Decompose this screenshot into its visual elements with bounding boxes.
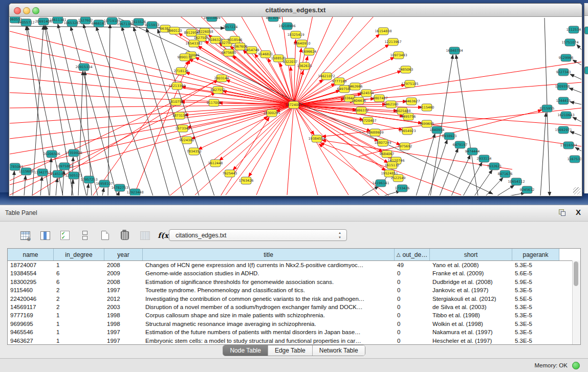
node-label: 8813054 [266, 17, 281, 20]
column-header-title[interactable]: title [143, 249, 395, 260]
window-titlebar[interactable]: citations_edges.txt [9, 4, 582, 17]
select-rows-icon[interactable]: ✓✓ [58, 229, 72, 242]
table-cell: 0 [395, 295, 430, 303]
node-table[interactable]: namein_degreeyeartitle△out_de…shortpager… [7, 248, 581, 345]
table-row[interactable]: 946362711997Embryonic stem cells: a mode… [8, 337, 580, 345]
table-row[interactable]: 977716911998Corpus callosum shape and si… [8, 311, 580, 319]
table-cell: 6 [54, 278, 104, 286]
node-label: 9684067 [380, 152, 395, 156]
table-cell: Jankovic et al. (1997) [430, 286, 512, 294]
column-header-out_de[interactable]: △out_de… [395, 249, 430, 260]
node-label: 7625443 [223, 171, 237, 176]
table-select-value: citations_edges.txt [176, 232, 226, 239]
table-cell: 1 [54, 328, 104, 336]
node-label: 12923448 [126, 190, 143, 194]
table-row[interactable]: 911546021997Tourette syndrome. Phenomeno… [8, 286, 580, 294]
table-cell: Estimation of the future numbers of pati… [143, 328, 395, 336]
citation-network-graph[interactable]: 2060553140557122069140618611341106532871… [10, 17, 581, 195]
tab-network-table[interactable]: Network Table [313, 345, 365, 356]
table-row[interactable]: 1872400712008Changes of HCN gene express… [8, 261, 580, 269]
table-cell: 2 [54, 303, 104, 311]
column-header-year[interactable]: year [104, 249, 143, 260]
table-cell: 5.3E-5 [512, 286, 559, 294]
app-screen: citations_edges.txt 20605531405571220691… [0, 0, 588, 372]
column-header-short[interactable]: short [430, 249, 512, 260]
delete-icon[interactable] [118, 229, 132, 242]
table-column-icon[interactable] [38, 229, 52, 242]
node-label: 9224380 [180, 138, 194, 142]
table-row[interactable]: 1456911722003Disruption of a novel membe… [8, 303, 580, 311]
column-header-name[interactable]: name [8, 249, 54, 260]
node-label: 1362615 [297, 64, 312, 68]
table-panel: Table Panel X ⚙ ✓✓ f(x) citations_edges.… [0, 205, 588, 372]
float-panel-icon[interactable] [559, 209, 565, 216]
network-canvas[interactable]: 2060553140557122069140618611341106532871… [10, 17, 581, 195]
node-label: 9117004 [207, 101, 222, 105]
column-header-pagerank[interactable]: pagerank [512, 249, 559, 260]
table-settings-icon[interactable]: ⚙ [18, 229, 32, 242]
node-label: 8322037 [283, 60, 298, 64]
node-label: 9129966 [559, 56, 574, 60]
node-label: 8938923 [442, 134, 457, 138]
table-cell: Estimation of significance thresholds fo… [143, 278, 395, 286]
node-label: 19384554 [308, 137, 325, 141]
table-cell: 22420046 [8, 295, 54, 303]
table-cell: 9465546 [8, 328, 54, 336]
table-row[interactable]: 1830029562008Estimation of significance … [8, 278, 580, 286]
node-label: 7632621 [487, 164, 502, 168]
table-cell: 18300295 [8, 278, 54, 286]
node-label: 1627503 [194, 36, 209, 40]
table-cell: 1 [54, 337, 104, 345]
header-filler [559, 249, 580, 260]
table-row[interactable]: 2242004622012Investigating the contribut… [8, 295, 580, 303]
network-desktop: citations_edges.txt 20605531405571220691… [0, 0, 588, 205]
node-label: 13654923 [399, 129, 416, 133]
node-label: 15720407 [359, 119, 376, 123]
node-label: 18807249 [374, 141, 391, 145]
node-label: 18300295 [263, 111, 280, 115]
tab-node-table[interactable]: Node Table [223, 345, 268, 356]
close-panel-icon[interactable]: X [576, 208, 581, 216]
node-label: 8660123 [167, 29, 182, 33]
node-label: 14621072 [318, 74, 335, 78]
node-label: 10975887 [56, 164, 73, 168]
node-label: 1733426 [395, 186, 410, 190]
table-row[interactable]: 1938455462009Genome-wide association stu… [8, 269, 580, 277]
node-label: 19463627 [403, 99, 420, 103]
table-cell: 1 [54, 261, 104, 269]
table-cell: Stergiakouli et al. (2012) [430, 295, 512, 303]
tab-edge-table[interactable]: Edge Table [268, 345, 313, 356]
table-row[interactable]: 969969511998Structural magnetic resonanc… [8, 320, 580, 328]
node-label: 9474444 [465, 149, 480, 154]
table-row[interactable]: 946554611997Estimation of the future num… [8, 328, 580, 336]
table-cell: 1998 [104, 311, 143, 319]
node-label: 1840954 [430, 128, 445, 132]
table-cell: Wolkin et al. (1998) [430, 320, 512, 328]
table-cell: 5.6E-5 [512, 269, 559, 277]
node-label: 8471676 [498, 172, 513, 176]
table-cell: 2 [54, 286, 104, 294]
node-label: 1462160 [384, 102, 399, 106]
table-cell: 2 [54, 295, 104, 303]
new-column-icon[interactable] [98, 229, 112, 242]
table-cell: 0 [395, 320, 430, 328]
node-label: 1527602 [78, 18, 93, 23]
table-cell: 5.3E-5 [512, 337, 559, 345]
node-label: 1612448 [208, 161, 223, 165]
table-cell: Structural magnetic resonance image aver… [143, 320, 395, 328]
node-label: 3624554 [359, 91, 374, 95]
node-label: 2522549 [391, 176, 406, 180]
table-cell: 19384554 [8, 269, 54, 277]
column-header-in_degree[interactable]: in_degree [54, 249, 104, 260]
background-window-sliver[interactable] [584, 3, 588, 193]
row-pair-icon[interactable] [78, 229, 92, 242]
table-cell: 2008 [104, 278, 143, 286]
table-select-dropdown[interactable]: citations_edges.txt ▲▼ [169, 229, 347, 241]
vertical-scrollbar[interactable] [572, 260, 580, 344]
window-resize-grip[interactable] [573, 187, 580, 194]
table-cell: 6 [54, 269, 104, 277]
node-label: 13342757 [34, 170, 51, 174]
table-cell: 9777169 [8, 311, 54, 319]
table-cell: 2003 [104, 303, 143, 311]
scrollbar-thumb[interactable] [574, 261, 578, 286]
